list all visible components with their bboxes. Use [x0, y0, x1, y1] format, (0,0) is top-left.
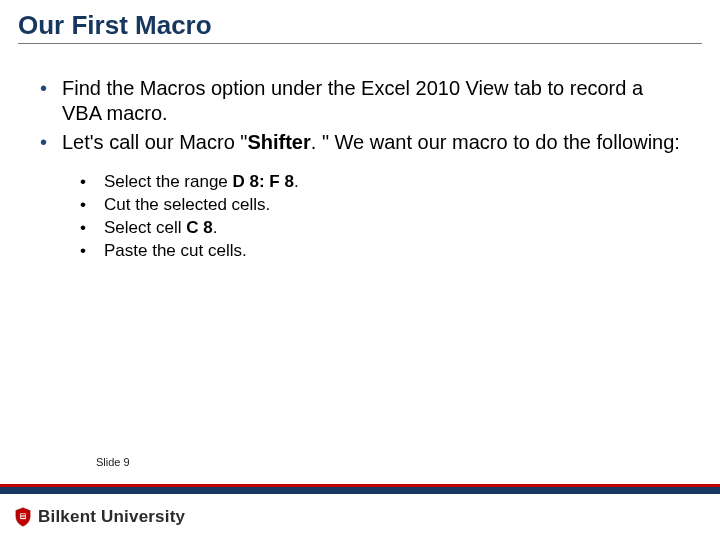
bullet-2-bold: Shifter — [247, 131, 310, 153]
svg-rect-3 — [21, 517, 25, 518]
university-name: Bilkent University — [38, 507, 185, 527]
sub-3: Select cell C 8. — [80, 217, 680, 240]
title-underline — [18, 43, 702, 44]
footer-color-bar — [0, 484, 720, 494]
bullet-2-post: . " We want our macro to do the followin… — [311, 131, 680, 153]
footer-inner: Bilkent University — [0, 494, 720, 540]
footer: Slide 9 Bilkent University — [0, 456, 720, 540]
bullet-1: Find the Macros option under the Excel 2… — [40, 76, 680, 126]
svg-rect-1 — [21, 514, 25, 515]
sub-4-text: Paste the cut cells. — [104, 241, 247, 260]
sub-1-pre: Select the range — [104, 172, 233, 191]
slide-title: Our First Macro — [18, 10, 702, 41]
sub-4: Paste the cut cells. — [80, 240, 680, 263]
sub-2: Cut the selected cells. — [80, 194, 680, 217]
content-area: Find the Macros option under the Excel 2… — [0, 50, 720, 263]
main-bullet-list: Find the Macros option under the Excel 2… — [40, 76, 680, 155]
slide-number: Slide 9 — [96, 456, 720, 468]
university-logo-row: Bilkent University — [14, 507, 185, 527]
sub-3-bold: C 8 — [186, 218, 212, 237]
sub-3-pre: Select cell — [104, 218, 186, 237]
sub-1-post: . — [294, 172, 299, 191]
title-area: Our First Macro — [0, 0, 720, 50]
crest-icon — [14, 507, 32, 527]
bullet-2-pre: Let's call our Macro " — [62, 131, 247, 153]
svg-rect-2 — [21, 516, 25, 517]
bullet-2: Let's call our Macro "Shifter. " We want… — [40, 130, 680, 155]
bullet-1-text: Find the Macros option under the Excel 2… — [62, 77, 643, 124]
sub-bullet-list: Select the range D 8: F 8. Cut the selec… — [80, 171, 680, 263]
sub-2-text: Cut the selected cells. — [104, 195, 270, 214]
sub-3-post: . — [213, 218, 218, 237]
sub-1: Select the range D 8: F 8. — [80, 171, 680, 194]
sub-1-bold: D 8: F 8 — [233, 172, 294, 191]
